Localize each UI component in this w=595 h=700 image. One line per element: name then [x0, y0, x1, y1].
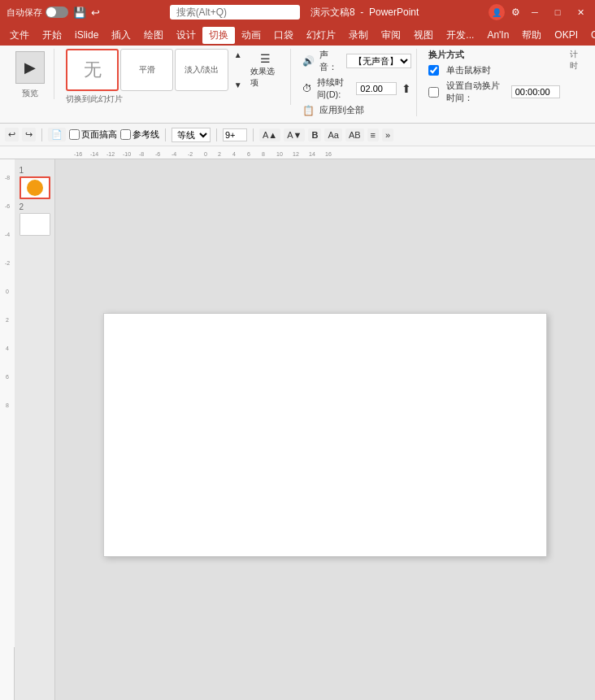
auto-switch-row: 设置自动换片时间：: [428, 80, 559, 104]
ribbon-timing-group: 🔊 声音： 【无声音】 ⏱ 持续时间(D): ⬆ 📋 应用到全部: [298, 49, 417, 116]
content-area: [55, 159, 595, 700]
svg-text:2: 2: [218, 151, 221, 157]
scroll-down-button[interactable]: ▼: [232, 79, 245, 91]
menu-animation[interactable]: 动画: [235, 27, 267, 44]
effect-options-button[interactable]: ☰ 效果选项: [246, 49, 285, 91]
search-input[interactable]: [170, 5, 300, 20]
svg-text:-2: -2: [188, 151, 193, 157]
autosave-toggle[interactable]: [46, 7, 68, 18]
auto-switch-checkbox[interactable]: [428, 87, 439, 98]
user-avatar[interactable]: 👤: [489, 4, 505, 20]
page-height-label: 页面搞高: [69, 128, 117, 141]
settings-icon[interactable]: ⚙: [511, 7, 520, 18]
transition-buttons: 无 平滑 淡入/淡出 ▲ ▼: [66, 49, 285, 91]
duration-input[interactable]: [356, 82, 397, 95]
apply-all-label[interactable]: 应用到全部: [319, 104, 364, 116]
font-select[interactable]: 等线: [172, 128, 211, 142]
undo-button[interactable]: ↩: [5, 128, 19, 141]
menu-insert[interactable]: 插入: [105, 27, 137, 44]
svg-text:0: 0: [6, 289, 9, 294]
page-setup-button[interactable]: 📄: [48, 128, 66, 141]
ribbon: ▶ 预览 无 平滑: [0, 46, 595, 124]
bold-button[interactable]: B: [308, 128, 321, 141]
svg-text:-16: -16: [74, 151, 82, 157]
menu-view[interactable]: 视图: [407, 27, 440, 44]
menu-onek[interactable]: Onek: [584, 28, 595, 42]
char-spacing-button[interactable]: AB: [345, 128, 364, 141]
sound-label: 声音：: [319, 49, 341, 73]
menu-develop[interactable]: 开发...: [440, 27, 480, 44]
slide-1-preview[interactable]: [20, 176, 50, 199]
preview-button[interactable]: ▶: [11, 49, 49, 86]
align-button[interactable]: ≡: [367, 128, 379, 141]
ref-line-checkbox[interactable]: [120, 129, 131, 140]
switch-mode-label: 换片方式: [428, 49, 464, 61]
svg-text:12: 12: [293, 151, 299, 157]
transition-smooth-button[interactable]: 平滑: [120, 49, 173, 91]
caps-button[interactable]: Aa: [324, 128, 341, 141]
menu-draw[interactable]: 绘图: [137, 27, 170, 44]
mouse-click-row: 单击鼠标时: [428, 64, 559, 76]
ribbon-preview-group: ▶ 预览: [7, 49, 54, 99]
effect-options-label: 效果选项: [250, 66, 281, 89]
svg-rect-0: [70, 146, 595, 159]
autosave-control[interactable]: 自动保存: [7, 7, 68, 19]
menu-islide[interactable]: iSlide: [68, 28, 105, 42]
menu-file[interactable]: 文件: [3, 27, 36, 44]
svg-text:-8: -8: [139, 151, 144, 157]
toolbar-sep-4: [253, 128, 254, 141]
page-height-checkbox[interactable]: [69, 129, 80, 140]
transition-section-label: 切换到此幻灯片: [66, 93, 285, 105]
menu-design[interactable]: 设计: [170, 27, 202, 44]
menu-start[interactable]: 开始: [36, 27, 68, 44]
menu-pocket[interactable]: 口袋: [267, 27, 300, 44]
svg-text:4: 4: [232, 151, 236, 157]
apply-all-row: 📋 应用到全部: [302, 104, 411, 116]
format-more-button[interactable]: A▲: [259, 128, 280, 141]
auto-switch-input[interactable]: [511, 85, 560, 98]
slide-canvas[interactable]: [103, 313, 547, 557]
toolbar-sep-1: [41, 128, 42, 141]
menu-anin[interactable]: An'In: [480, 28, 515, 42]
switch-mode-controls: 换片方式 单击鼠标时 设置自动换片时间：: [428, 49, 559, 104]
svg-text:8: 8: [6, 402, 9, 408]
main-area: -8 -6 -4 -2 0 2 4 6 8 1 2: [0, 159, 595, 700]
undo-icon[interactable]: ↩: [91, 7, 100, 19]
preview-label: 预览: [22, 88, 38, 99]
minimize-button[interactable]: ─: [527, 4, 543, 20]
more-toolbar-button[interactable]: »: [382, 128, 393, 141]
scroll-up-button[interactable]: ▲: [232, 49, 245, 61]
svg-text:4: 4: [6, 346, 9, 351]
save-icon[interactable]: 💾: [73, 7, 86, 19]
svg-text:8: 8: [262, 151, 265, 157]
title-right-controls: 👤 ⚙ ─ □ ✕: [489, 4, 588, 20]
svg-text:-6: -6: [5, 203, 10, 209]
menu-slide[interactable]: 幻灯片: [300, 27, 342, 44]
close-button[interactable]: ✕: [572, 4, 588, 20]
transition-none-button[interactable]: 无: [66, 49, 119, 91]
redo-button[interactable]: ↪: [22, 128, 36, 141]
toolbar-sep-3: [216, 128, 217, 141]
menu-okpi[interactable]: OKPI: [548, 28, 584, 42]
switch-mode-header: 换片方式: [428, 49, 559, 61]
svg-text:-12: -12: [106, 151, 115, 157]
slide-panel: 1 2: [15, 159, 55, 700]
duration-up[interactable]: ⬆: [402, 82, 411, 95]
svg-text:2: 2: [6, 317, 9, 323]
font-size-input[interactable]: [223, 128, 247, 141]
menu-bar: 文件 开始 iSlide 插入 绘图 设计 切换 动画 口袋 幻灯片 录制 审阅…: [0, 24, 595, 46]
transition-fade-button[interactable]: 淡入/淡出: [175, 49, 228, 91]
format-less-button[interactable]: A▼: [284, 128, 305, 141]
mouse-click-checkbox[interactable]: [428, 65, 439, 76]
ruler-h-marks: -16 -14 -12 -10 -8 -6 -4 -2 0 2 4 6 8 10…: [70, 146, 595, 159]
sound-select[interactable]: 【无声音】: [346, 54, 411, 68]
menu-transition[interactable]: 切换: [202, 27, 235, 44]
menu-record[interactable]: 录制: [342, 27, 375, 44]
slide-thumb-2[interactable]: 2: [20, 202, 50, 236]
menu-review[interactable]: 审阅: [375, 27, 407, 44]
slide-thumb-1[interactable]: 1: [20, 166, 50, 199]
menu-help[interactable]: 帮助: [515, 27, 548, 44]
maximize-button[interactable]: □: [549, 4, 566, 20]
title-bar-left: 自动保存 💾 ↩: [7, 7, 100, 19]
slide-2-preview[interactable]: [20, 213, 50, 236]
